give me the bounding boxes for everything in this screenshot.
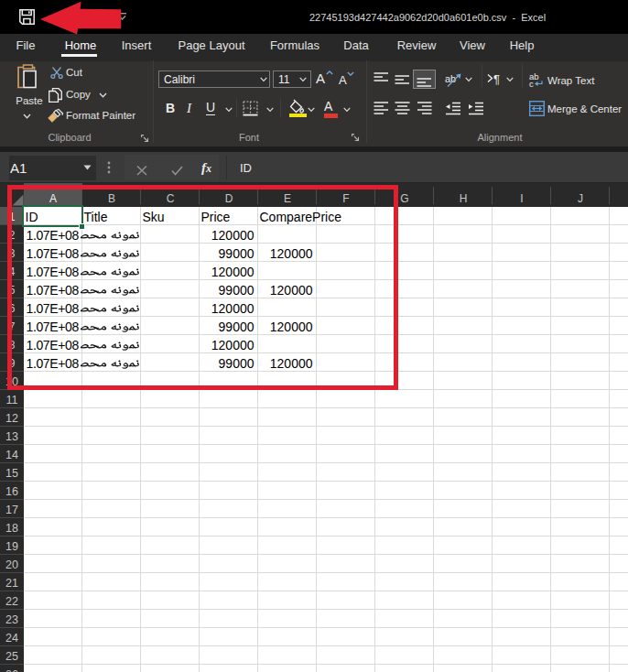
svg-text:c: c <box>529 79 534 89</box>
svg-text:ab: ab <box>445 73 456 84</box>
svg-text:¶: ¶ <box>493 72 500 86</box>
